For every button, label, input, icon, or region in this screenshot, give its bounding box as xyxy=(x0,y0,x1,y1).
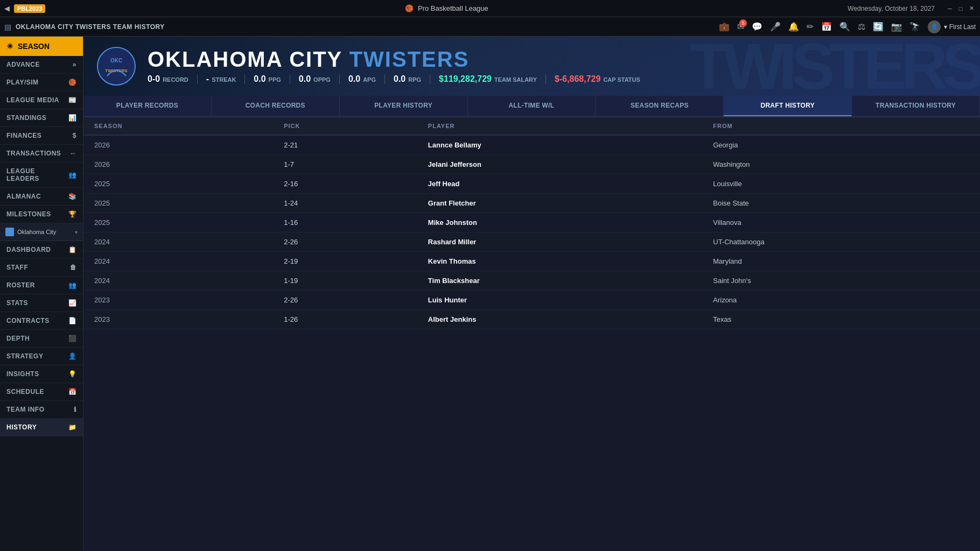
sidebar-item-transactions[interactable]: TRANSACTIONS ↔ xyxy=(0,145,83,163)
sidebar-item-league-media[interactable]: LEAGUE MEDIA 📰 xyxy=(0,91,83,109)
finances-icon: $ xyxy=(73,132,76,139)
league-media-label: LEAGUE MEDIA xyxy=(6,96,59,104)
table-row[interactable]: 2023 2-26 Luis Hunter Arizona xyxy=(83,291,980,310)
mail-icon[interactable]: ✉5 xyxy=(737,22,744,32)
user-menu[interactable]: 👤 ▾ First Last xyxy=(928,20,976,33)
tab-season-recaps[interactable]: Season Recaps xyxy=(596,96,724,116)
cell-pick: 1-26 xyxy=(273,310,417,329)
ppg-value: 0.0 xyxy=(254,74,265,84)
cell-player: Lannce Bellamy xyxy=(417,135,702,155)
col-season: SEASON xyxy=(83,117,273,135)
bell-icon[interactable]: 🔔 xyxy=(788,22,799,32)
sidebar-item-staff[interactable]: STAFF 🗑 xyxy=(0,259,83,277)
tab-player-records[interactable]: Player Records xyxy=(83,96,212,116)
briefcase-icon[interactable]: 💼 xyxy=(719,22,730,32)
sidebar-item-insights[interactable]: INSIGHTS 💡 xyxy=(0,365,83,383)
playsim-label: PLAY/SIM xyxy=(6,79,39,86)
tab-draft-history[interactable]: Draft History xyxy=(724,96,852,116)
oppg-value: 0.0 xyxy=(299,74,311,84)
tab-player-history[interactable]: Player History xyxy=(340,96,468,116)
staff-icon: 🗑 xyxy=(70,264,77,271)
cell-player: Kevin Thomas xyxy=(417,252,702,271)
roster-icon: 👥 xyxy=(68,281,77,289)
table-row[interactable]: 2025 2-16 Jeff Head Louisville xyxy=(83,174,980,194)
cell-pick: 2-26 xyxy=(273,291,417,310)
sidebar-item-milestones[interactable]: MILESTONES 🏆 xyxy=(0,206,83,223)
apg-value: 0.0 xyxy=(348,74,360,84)
cell-season: 2025 xyxy=(83,213,273,232)
cell-season: 2024 xyxy=(83,252,273,271)
sidebar-item-team-info[interactable]: TEAM INFO ℹ xyxy=(0,401,83,419)
close-button[interactable]: ✕ xyxy=(967,4,976,13)
scale-icon[interactable]: ⚖ xyxy=(858,22,865,32)
sidebar: ☀ SEASON ADVANCE » PLAY/SIM 🏀 LEAGUE MED… xyxy=(0,37,83,551)
cell-player: Mike Johnston xyxy=(417,213,702,232)
tab-coach-records[interactable]: Coach Records xyxy=(212,96,340,116)
sidebar-item-stats[interactable]: STATS 📈 xyxy=(0,294,83,312)
team-selector[interactable]: Oklahoma City ▾ xyxy=(0,223,83,241)
season-button[interactable]: ☀ SEASON xyxy=(0,37,83,56)
rpg-label: RPG xyxy=(408,76,421,83)
svg-point-0 xyxy=(97,47,135,85)
cell-pick: 2-26 xyxy=(273,232,417,252)
mic-icon[interactable]: 🎤 xyxy=(770,22,781,32)
table-row[interactable]: 2024 1-19 Tim Blackshear Saint John's xyxy=(83,271,980,291)
camera-icon[interactable]: 📷 xyxy=(891,22,902,32)
tab-transaction-history[interactable]: Transaction History xyxy=(852,96,980,116)
cell-player: Jelani Jefferson xyxy=(417,155,702,174)
standings-icon: 📊 xyxy=(68,114,77,122)
minimize-button[interactable]: ─ xyxy=(946,4,954,13)
team-record-stat: 0-0 RECORD xyxy=(148,74,198,84)
sidebar-item-depth[interactable]: DEPTH ⬛ xyxy=(0,330,83,348)
team-name-part1: OKLAHOMA CITY xyxy=(148,47,342,71)
page-icon: ▤ xyxy=(4,23,11,31)
cell-pick: 2-16 xyxy=(273,174,417,194)
record-value: 0-0 xyxy=(148,74,160,84)
cell-season: 2026 xyxy=(83,155,273,174)
edit-icon[interactable]: ✏ xyxy=(807,22,814,32)
cell-pick: 1-7 xyxy=(273,155,417,174)
sidebar-item-league-leaders[interactable]: LEAGUE LEADERS 👥 xyxy=(0,163,83,188)
maximize-button[interactable]: □ xyxy=(956,4,965,13)
sidebar-item-advance[interactable]: ADVANCE » xyxy=(0,56,83,74)
team-cap-stat: $-6,868,729 CAP STATUS xyxy=(546,74,649,84)
sidebar-item-dashboard[interactable]: DASHBOARD 📋 xyxy=(0,241,83,259)
calendar-icon[interactable]: 📅 xyxy=(821,22,832,32)
sidebar-item-playsim[interactable]: PLAY/SIM 🏀 xyxy=(0,74,83,91)
standings-label: STANDINGS xyxy=(6,114,46,122)
sidebar-item-contracts[interactable]: CONTRACTS 📄 xyxy=(0,312,83,330)
back-icon[interactable]: ◀ xyxy=(4,4,10,12)
table-row[interactable]: 2023 1-26 Albert Jenkins Texas xyxy=(83,310,980,329)
table-row[interactable]: 2024 2-26 Rashard Miller UT-Chattanooga xyxy=(83,232,980,252)
sidebar-item-almanac[interactable]: ALMANAC 📚 xyxy=(0,188,83,206)
tab-all-time-wl[interactable]: All-Time W/L xyxy=(468,96,596,116)
advance-label: ADVANCE xyxy=(6,61,40,68)
cell-player: Luis Hunter xyxy=(417,291,702,310)
sidebar-item-standings[interactable]: STANDINGS 📊 xyxy=(0,109,83,127)
cell-pick: 1-24 xyxy=(273,194,417,213)
sidebar-item-schedule[interactable]: SCHEDULE 📅 xyxy=(0,383,83,401)
chat-icon[interactable]: 💬 xyxy=(752,22,762,32)
table-row[interactable]: 2024 2-19 Kevin Thomas Maryland xyxy=(83,252,980,271)
table-row[interactable]: 2026 1-7 Jelani Jefferson Washington xyxy=(83,155,980,174)
sidebar-item-finances[interactable]: FINANCES $ xyxy=(0,127,83,145)
cell-season: 2026 xyxy=(83,135,273,155)
table-row[interactable]: 2026 2-21 Lannce Bellamy Georgia xyxy=(83,135,980,155)
sidebar-item-roster[interactable]: ROSTER 👥 xyxy=(0,277,83,294)
topnav: ▤ OKLAHOMA CITY TWISTERS TEAM HISTORY 💼 … xyxy=(0,17,980,37)
search-icon[interactable]: 🔍 xyxy=(839,22,850,32)
roster-label: ROSTER xyxy=(6,281,35,289)
cell-from: Saint John's xyxy=(702,271,980,291)
team-logo-svg: OKC TWISTERS xyxy=(96,46,137,87)
scout-icon[interactable]: 🔭 xyxy=(909,22,920,32)
team-dot xyxy=(5,228,14,236)
sidebar-item-history[interactable]: HISTORY 📁 xyxy=(0,419,83,436)
refresh-icon[interactable]: 🔄 xyxy=(873,22,884,32)
col-from: FROM xyxy=(702,117,980,135)
section-title: OKLAHOMA CITY TWISTERS TEAM HISTORY xyxy=(16,23,165,31)
sidebar-item-strategy[interactable]: STRATEGY 👤 xyxy=(0,348,83,365)
table-row[interactable]: 2025 1-24 Grant Fletcher Boise State xyxy=(83,194,980,213)
table-row[interactable]: 2025 1-16 Mike Johnston Villanova xyxy=(83,213,980,232)
cell-from: Louisville xyxy=(702,174,980,194)
playsim-icon: 🏀 xyxy=(68,79,77,86)
